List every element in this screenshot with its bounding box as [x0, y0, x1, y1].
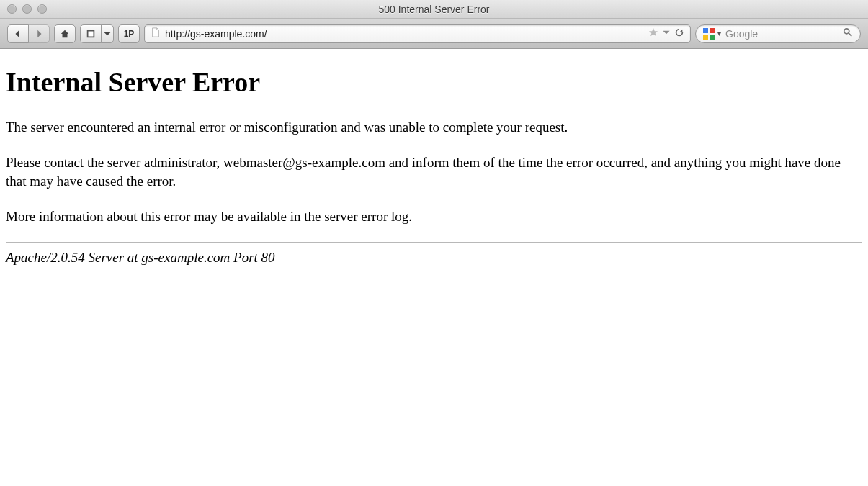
svg-rect-1 [89, 31, 94, 36]
search-engine-dropdown[interactable]: ▾ [717, 30, 721, 37]
google-icon [703, 28, 715, 40]
back-button[interactable] [7, 24, 29, 43]
zoom-window-button[interactable] [37, 4, 47, 14]
chevron-down-icon [102, 29, 112, 39]
bookmarks-dropdown[interactable] [101, 24, 114, 43]
address-bar-actions [648, 27, 684, 40]
error-heading: Internal Server Error [6, 66, 862, 98]
search-icon[interactable] [843, 27, 853, 40]
window-title: 500 Internal Server Error [0, 4, 868, 15]
bookmark-star-icon[interactable] [648, 27, 658, 40]
onepassword-label: 1P [121, 29, 138, 39]
bookmarks-group [80, 24, 114, 43]
bookmark-page-icon [86, 29, 96, 39]
address-bar[interactable]: http://gs-example.com/ [144, 24, 691, 43]
search-field[interactable]: ▾ Google [695, 24, 861, 43]
server-signature: Apache/2.0.54 Server at gs-example.com P… [6, 250, 862, 266]
traffic-lights [0, 4, 47, 14]
page-content: Internal Server Error The server encount… [0, 49, 868, 271]
error-paragraph-3: More information about this error may be… [6, 207, 862, 227]
minimize-window-button[interactable] [22, 4, 32, 14]
home-button[interactable] [54, 24, 76, 43]
forward-icon [34, 29, 44, 39]
forward-button[interactable] [28, 24, 50, 43]
error-paragraph-2: Please contact the server administrator,… [6, 153, 862, 192]
error-paragraph-1: The server encountered an internal error… [6, 118, 862, 138]
bookmarks-button[interactable] [80, 24, 102, 43]
page-icon [151, 27, 161, 40]
nav-buttons [7, 24, 50, 43]
back-icon [13, 29, 23, 39]
url-text[interactable]: http://gs-example.com/ [165, 28, 644, 40]
divider [6, 242, 862, 243]
feed-dropdown[interactable] [661, 27, 671, 40]
onepassword-button[interactable]: 1P [118, 24, 140, 43]
svg-line-3 [849, 32, 851, 35]
window-titlebar: 500 Internal Server Error [0, 0, 868, 19]
svg-point-2 [844, 28, 849, 33]
close-window-button[interactable] [7, 4, 17, 14]
reload-button[interactable] [674, 27, 684, 40]
home-icon [60, 29, 70, 39]
search-placeholder: Google [725, 28, 838, 40]
toolbar: 1P http://gs-example.com/ ▾ Google [0, 19, 868, 49]
